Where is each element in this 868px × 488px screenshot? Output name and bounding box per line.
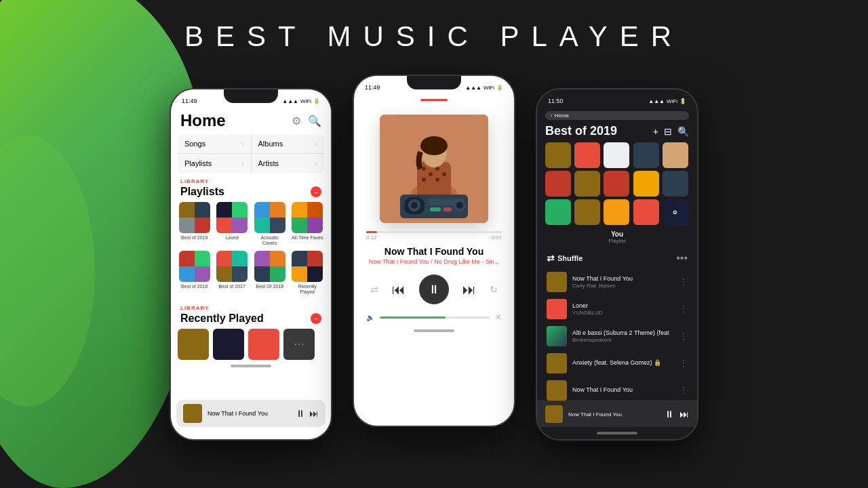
- back-label: Home: [555, 113, 569, 119]
- nav-playlists[interactable]: Playlists ›: [178, 154, 251, 173]
- album-art-svg: [380, 115, 488, 223]
- rp-item-3[interactable]: [248, 329, 279, 360]
- mini-player-3[interactable]: Now That I Found You ⏸ ⏭: [537, 401, 697, 427]
- alb-4[interactable]: [633, 142, 659, 168]
- svg-point-4: [429, 172, 433, 176]
- track-more-1[interactable]: ⋮: [679, 277, 688, 287]
- svg-point-7: [422, 178, 426, 182]
- alb-12[interactable]: [574, 199, 600, 225]
- track-thumb-3: [547, 326, 567, 346]
- alb-2[interactable]: [574, 142, 600, 168]
- vol-button-4: [353, 155, 354, 172]
- mini-player-1[interactable]: Now That I Found You ⏸ ⏭: [176, 400, 326, 427]
- nav-playlists-label: Playlists: [184, 159, 212, 167]
- side-button-3: [697, 157, 698, 184]
- track-more-3[interactable]: ⋮: [679, 331, 688, 341]
- phone-notch: [224, 89, 278, 103]
- edit-button[interactable]: –: [311, 186, 321, 197]
- repeat-btn[interactable]: ↻: [490, 284, 498, 295]
- alb-3[interactable]: [604, 142, 629, 168]
- track-item-3[interactable]: Alti e bassi (Suburra 2 Theme) (feat Bro…: [540, 323, 694, 350]
- playlist-thumb-best2016: [179, 251, 210, 282]
- playlist-best2019[interactable]: Best of 2019: [178, 202, 212, 247]
- back-button[interactable]: ‹ Home: [545, 111, 689, 120]
- nav-albums[interactable]: Albums ›: [252, 134, 325, 153]
- alb-7[interactable]: [574, 171, 600, 197]
- progress-track[interactable]: [366, 231, 502, 233]
- phones-container: 11:49 ▲▲▲ WiFi 🔋 Home ⚙ 🔍 Songs: [0, 88, 868, 441]
- next-btn[interactable]: ⏭: [462, 282, 476, 298]
- alb-13[interactable]: [604, 199, 629, 225]
- search-icon-3[interactable]: 🔍: [677, 126, 689, 137]
- status-icons-2: ▲▲▲ WiFi 🔋: [465, 85, 503, 91]
- playlist-header: Best of 2019 + ⊟ 🔍: [537, 121, 697, 142]
- album-art-container: [354, 108, 514, 230]
- shuffle-button[interactable]: ⇄ Shuffle: [547, 253, 583, 264]
- track-item-1[interactable]: Now That I Found You Carly Rae Jepsen ⋮: [540, 268, 694, 296]
- playlist-alltime[interactable]: All-Time Faves: [291, 202, 325, 247]
- home-header: Home ⚙ 🔍: [171, 108, 331, 134]
- alb-10[interactable]: [663, 171, 688, 197]
- rp-item-more[interactable]: ⋯: [283, 329, 315, 360]
- svg-point-14: [411, 202, 418, 209]
- nav-albums-label: Albums: [258, 140, 283, 148]
- ph3-mini-controls: ⏸ ⏭: [665, 409, 689, 420]
- playlist-name-acoustic: Acoustic Covers: [253, 235, 287, 247]
- ph3-skip-btn[interactable]: ⏭: [679, 409, 689, 420]
- track-item-5[interactable]: Now That I Found You ⋮: [540, 377, 694, 401]
- vol-button-5: [536, 144, 537, 161]
- shuffle-control-btn[interactable]: ⇄: [370, 284, 378, 295]
- ph3-pause-btn[interactable]: ⏸: [665, 409, 674, 420]
- playlist-best2016[interactable]: Best of 2016: [178, 251, 212, 296]
- alb-1[interactable]: [545, 142, 571, 168]
- playlist-name-best2017: Best of 2017: [216, 284, 250, 289]
- recently-played-header: Recently Played –: [171, 312, 331, 329]
- playlist-grid-2: Best of 2016 Best of 2017: [171, 251, 331, 296]
- track-thumb-1: [547, 272, 567, 292]
- shuffle-icon: ⇄: [547, 253, 555, 264]
- vol-track[interactable]: [380, 317, 490, 319]
- mini-pause-btn[interactable]: ⏸: [296, 408, 305, 419]
- pause-icon: ⏸: [428, 283, 440, 297]
- track-more-2[interactable]: ⋮: [679, 304, 688, 314]
- alb-9[interactable]: [633, 171, 659, 197]
- settings-icon[interactable]: ⚙: [292, 115, 301, 127]
- pause-btn[interactable]: ⏸: [419, 274, 449, 304]
- alb-15[interactable]: ✿: [663, 199, 688, 225]
- playlist-acoustic[interactable]: Acoustic Covers: [253, 202, 287, 247]
- alb-14[interactable]: [633, 199, 659, 225]
- playlist-grid-1: Best of 2019 Loved: [171, 202, 331, 247]
- search-icon[interactable]: 🔍: [308, 115, 321, 127]
- playlist-loved[interactable]: Loved: [216, 202, 250, 247]
- alb-11[interactable]: [545, 199, 571, 225]
- player-controls: ⇄ ⏮ ⏸ ⏭ ↻: [354, 266, 514, 310]
- edit-rp-button[interactable]: –: [311, 313, 321, 324]
- filter-icon[interactable]: ⊟: [664, 126, 672, 137]
- alb-6[interactable]: [545, 171, 571, 197]
- alb-5[interactable]: [663, 142, 688, 168]
- nav-songs[interactable]: Songs ›: [178, 134, 251, 153]
- add-icon[interactable]: +: [653, 126, 658, 137]
- mini-skip-btn[interactable]: ⏭: [309, 408, 319, 419]
- album-art: [380, 115, 488, 223]
- track-more-4[interactable]: ⋮: [679, 359, 688, 368]
- track-item-2[interactable]: Loner YUNGBLUD ⋮: [540, 296, 694, 323]
- track-thumb-5: [547, 380, 567, 401]
- playlist-name-best2019: Best of 2019: [178, 235, 212, 241]
- playlist-recentplayed[interactable]: Recently Played: [291, 251, 325, 296]
- rp-item-2[interactable]: [213, 329, 244, 360]
- rp-item-1[interactable]: [178, 329, 209, 360]
- track-name-2: Loner: [572, 302, 674, 310]
- alb-8[interactable]: [604, 171, 629, 197]
- signal-icon-3: ▲▲▲: [648, 98, 665, 104]
- vol-button-2: [170, 168, 171, 186]
- playlist-best2018[interactable]: Best Of 2018: [253, 251, 287, 296]
- more-button[interactable]: •••: [676, 252, 688, 264]
- track-artist-3: Brokenspeakers: [572, 337, 674, 343]
- track-more-5[interactable]: ⋮: [679, 386, 688, 395]
- library-label-2: LIBRARY: [171, 300, 331, 312]
- track-item-4[interactable]: Anxiety (feat. Selena Gomez) 🔒 ⋮: [540, 350, 694, 377]
- prev-btn[interactable]: ⏮: [392, 282, 406, 298]
- playlist-best2017[interactable]: Best of 2017: [216, 251, 250, 296]
- nav-artists[interactable]: Artists ›: [252, 154, 325, 173]
